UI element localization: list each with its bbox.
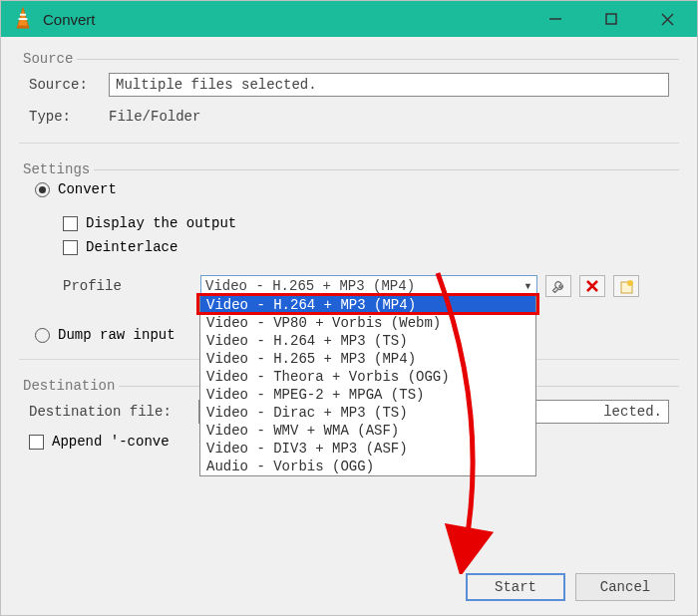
profile-selected-value: Video - H.265 + MP3 (MP4) (205, 278, 415, 294)
profile-option[interactable]: Audio - Vorbis (OGG) (200, 458, 535, 475)
svg-rect-4 (606, 14, 616, 24)
convert-dialog: Convert Source Source: Type: File/Folder… (0, 0, 698, 616)
cancel-button[interactable]: Cancel (575, 573, 675, 601)
new-profile-button[interactable] (613, 275, 639, 297)
source-group: Source Source: Type: File/Folder (19, 51, 679, 144)
checkbox-icon (63, 216, 78, 231)
profile-option[interactable]: Video - DIV3 + MP3 (ASF) (200, 440, 535, 458)
radio-icon (35, 182, 50, 197)
checkbox-icon (29, 435, 44, 450)
profile-select[interactable]: Video - H.265 + MP3 (MP4) ▼ (200, 275, 537, 297)
titlebar: Convert (1, 1, 697, 37)
minimize-button[interactable] (527, 1, 583, 37)
profile-option[interactable]: Video - Theora + Vorbis (OGG) (200, 368, 535, 386)
display-output-label: Display the output (86, 215, 236, 231)
profile-option[interactable]: Video - H.264 + MP3 (TS) (200, 332, 535, 350)
edit-profile-button[interactable] (545, 275, 571, 297)
source-legend: Source (19, 51, 77, 67)
append-converted-label: Append '-conve (52, 434, 170, 450)
profile-dropdown-list[interactable]: Video - H.264 + MP3 (MP4) Video - VP80 +… (199, 295, 536, 476)
source-label: Source: (29, 77, 109, 93)
type-value: File/Folder (109, 109, 200, 125)
maximize-button[interactable] (583, 1, 639, 37)
wrench-icon (551, 279, 566, 294)
svg-point-10 (627, 280, 633, 286)
convert-radio-label: Convert (58, 181, 117, 197)
convert-radio[interactable]: Convert (19, 177, 679, 201)
checkbox-icon (63, 240, 78, 255)
window-controls (527, 1, 695, 37)
app-icon (9, 5, 37, 33)
profile-option[interactable]: Video - H.264 + MP3 (MP4) (200, 296, 535, 314)
destination-file-label: Destination file: (29, 404, 198, 420)
delete-icon (585, 279, 599, 293)
window-title: Convert (43, 11, 527, 28)
new-profile-icon (619, 279, 634, 294)
profile-option[interactable]: Video - H.265 + MP3 (MP4) (200, 350, 535, 368)
profile-option[interactable]: Video - Dirac + MP3 (TS) (200, 404, 535, 422)
settings-legend: Settings (19, 161, 94, 177)
source-input[interactable] (109, 73, 669, 97)
start-button[interactable]: Start (466, 573, 565, 601)
profile-option[interactable]: Video - VP80 + Vorbis (Webm) (200, 314, 535, 332)
profile-label: Profile (63, 278, 192, 294)
svg-rect-2 (19, 18, 28, 20)
delete-profile-button[interactable] (579, 275, 605, 297)
dialog-buttons: Start Cancel (466, 573, 675, 601)
chevron-down-icon: ▼ (524, 281, 532, 291)
svg-rect-1 (20, 14, 26, 16)
type-label: Type: (29, 109, 109, 125)
profile-option[interactable]: Video - WMV + WMA (ASF) (200, 422, 535, 440)
profile-option[interactable]: Video - MPEG-2 + MPGA (TS) (200, 386, 535, 404)
destination-legend: Destination (19, 378, 119, 394)
radio-icon (35, 328, 50, 343)
dump-raw-label: Dump raw input (58, 327, 175, 343)
deinterlace-label: Deinterlace (86, 239, 177, 255)
close-button[interactable] (639, 1, 695, 37)
deinterlace-checkbox[interactable]: Deinterlace (47, 235, 679, 259)
display-output-checkbox[interactable]: Display the output (47, 211, 679, 235)
svg-rect-0 (17, 26, 29, 29)
